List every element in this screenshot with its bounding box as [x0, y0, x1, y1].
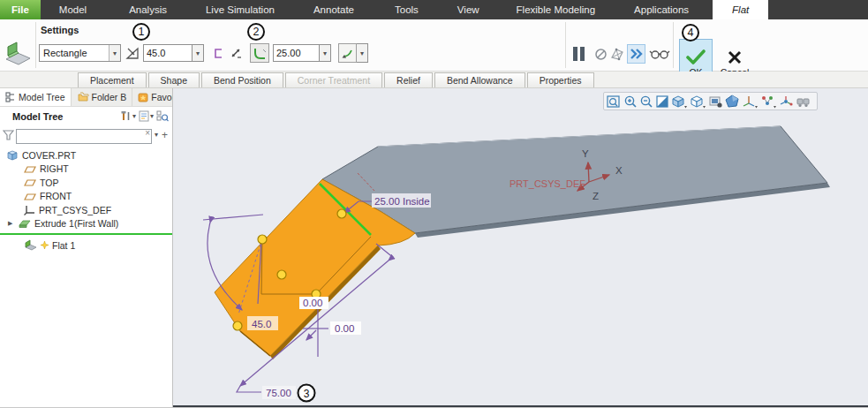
settings-group-label: Settings: [41, 25, 79, 35]
navigator-tabs: Model Tree Folder B Favorite: [0, 88, 172, 107]
chevron-down-icon[interactable]: ▾: [109, 45, 120, 61]
callout-3: 3: [298, 385, 315, 402]
ribbon-tab-file[interactable]: File: [0, 0, 41, 19]
model-tree-title: Model Tree: [12, 111, 117, 122]
dashboard-tab-row: Placement Shape Bend Position Corner Tre…: [0, 72, 868, 88]
bend-angle-dropdown[interactable]: ▾: [192, 44, 204, 62]
model-tree-panel: Model Tree Folder B Favorite: [0, 88, 173, 408]
open-profile-icon[interactable]: [210, 45, 226, 61]
simulation-display-icon[interactable]: [796, 94, 811, 109]
ribbon-tab-live-simulation[interactable]: Live Simulation: [192, 0, 288, 19]
bend-radius-dropdown[interactable]: ▾: [320, 44, 331, 62]
preview-glasses-icon[interactable]: [648, 47, 671, 61]
ribbon-tab-flexible-modeling[interactable]: Flexible Modeling: [503, 0, 609, 19]
extrude-icon: [19, 218, 31, 229]
ribbon-tab-flat[interactable]: Flat: [713, 0, 768, 19]
group-separator: [565, 22, 566, 68]
flip-direction-icon[interactable]: [228, 45, 244, 61]
csys-label: PRT_CSYS_DEF: [509, 178, 585, 189]
annotation-display-icon[interactable]: [760, 94, 777, 109]
axis-z-label: Z: [593, 191, 599, 201]
bend-radius-input[interactable]: [273, 44, 320, 62]
graphics-toolbar: [603, 92, 818, 110]
tree-item-extrude-1[interactable]: ▶ Extrude 1(First Wall): [0, 217, 172, 231]
tree-item-cover-prt[interactable]: COVER.PRT: [0, 148, 172, 162]
tree-item-right[interactable]: RIGHT: [0, 162, 172, 177]
tree-item-flat-1[interactable]: Flat 1: [0, 238, 172, 253]
zoom-out-icon[interactable]: [639, 94, 653, 109]
csys-icon: [24, 205, 35, 215]
expand-icon[interactable]: ▶: [8, 220, 15, 227]
tab-bend-allowance[interactable]: Bend Allowance: [434, 72, 525, 87]
bend-angle-input[interactable]: [143, 44, 192, 62]
tab-properties[interactable]: Properties: [527, 72, 594, 87]
insertion-indicator[interactable]: [0, 233, 172, 235]
tree-item-label: PRT_CSYS_DEF: [39, 205, 111, 215]
ribbon-tab-analysis[interactable]: Analysis: [116, 0, 180, 19]
ribbon-tab-model[interactable]: Model: [46, 0, 100, 19]
zoom-region-icon[interactable]: [607, 94, 622, 109]
radius-side-button[interactable]: [338, 43, 357, 63]
dim-angle[interactable]: 45.0: [252, 319, 271, 329]
tree-filter-row: × ▾ +: [0, 125, 172, 144]
tree-item-label: COVER.PRT: [22, 150, 76, 161]
saved-orientations-icon[interactable]: [690, 94, 706, 109]
tree-item-label: TOP: [40, 178, 58, 188]
ribbon-tab-bar: File Model Analysis Live Simulation Anno…: [0, 0, 868, 19]
tree-filter-input[interactable]: [16, 129, 152, 144]
bend-radius-toggle[interactable]: [250, 43, 269, 63]
model-tree: COVER.PRT RIGHT TOP: [0, 144, 172, 253]
wall-feature-icon: [3, 39, 33, 67]
tree-item-front[interactable]: FRONT: [0, 190, 172, 204]
display-style-icon[interactable]: [671, 94, 688, 109]
tab-placement[interactable]: Placement: [78, 72, 147, 87]
ribbon-tab-applications[interactable]: Applications: [621, 0, 702, 19]
ribbon-tab-view[interactable]: View: [444, 0, 493, 19]
shape-type-value: Rectangle: [40, 48, 109, 58]
render-style-icon[interactable]: [725, 94, 740, 109]
axis-y-label: Y: [582, 148, 589, 159]
graphics-canvas[interactable]: 25.00 Inside 0.00 0.00 45.0 75.00 PRT_CS…: [173, 88, 868, 408]
tab-bend-position[interactable]: Bend Position: [201, 72, 283, 87]
dim-offset-a[interactable]: 0.00: [303, 298, 322, 308]
ribbon-tab-tools[interactable]: Tools: [381, 0, 432, 19]
pending-star-icon: [41, 241, 49, 249]
tab-shape[interactable]: Shape: [148, 72, 200, 87]
tree-item-prt-csys-def[interactable]: PRT_CSYS_DEF: [0, 203, 172, 217]
dim-offset-b[interactable]: 0.00: [335, 323, 354, 334]
chevron-down-icon[interactable]: ▾: [132, 112, 136, 120]
tab-favorites[interactable]: Favorite: [132, 88, 172, 106]
wireframe-preview-icon[interactable]: [609, 46, 625, 62]
plane-icon: [24, 164, 36, 174]
dim-length[interactable]: 75.00: [266, 388, 291, 398]
add-filter-icon[interactable]: +: [160, 129, 170, 141]
favorites-icon: [138, 92, 148, 102]
tree-report-icon[interactable]: [139, 110, 149, 122]
clear-filter-icon[interactable]: ×: [145, 128, 150, 138]
tab-relief[interactable]: Relief: [384, 72, 433, 87]
group-separator: [673, 22, 674, 68]
group-separator: [35, 22, 36, 68]
refit-icon[interactable]: [655, 94, 669, 109]
chevron-down-icon[interactable]: ▾: [155, 131, 158, 139]
no-preview-icon[interactable]: [593, 47, 608, 61]
shape-type-select[interactable]: Rectangle ▾: [39, 44, 121, 62]
datum-display-icon[interactable]: [742, 94, 759, 109]
ribbon-tab-annotate[interactable]: Annotate: [300, 0, 367, 19]
dim-inside-radius[interactable]: 25.00 Inside: [374, 196, 430, 207]
radius-side-dropdown[interactable]: ▾: [357, 43, 368, 63]
chevron-down-icon[interactable]: ▾: [150, 112, 154, 120]
pause-icon[interactable]: [570, 44, 587, 64]
tree-item-top[interactable]: TOP: [0, 176, 172, 190]
plane-icon: [24, 178, 36, 187]
tab-folder-browser[interactable]: Folder B: [72, 88, 133, 106]
svg-text:3: 3: [304, 388, 310, 400]
tree-tools-icon[interactable]: [120, 110, 132, 122]
tab-model-tree[interactable]: Model Tree: [0, 88, 72, 106]
attached-preview-icon[interactable]: [627, 44, 645, 64]
filter-icon[interactable]: [3, 129, 14, 140]
view-manager-icon[interactable]: [708, 94, 723, 109]
spin-center-icon[interactable]: [779, 94, 794, 109]
zoom-in-icon[interactable]: [623, 94, 638, 109]
tree-search-icon[interactable]: [156, 110, 169, 122]
